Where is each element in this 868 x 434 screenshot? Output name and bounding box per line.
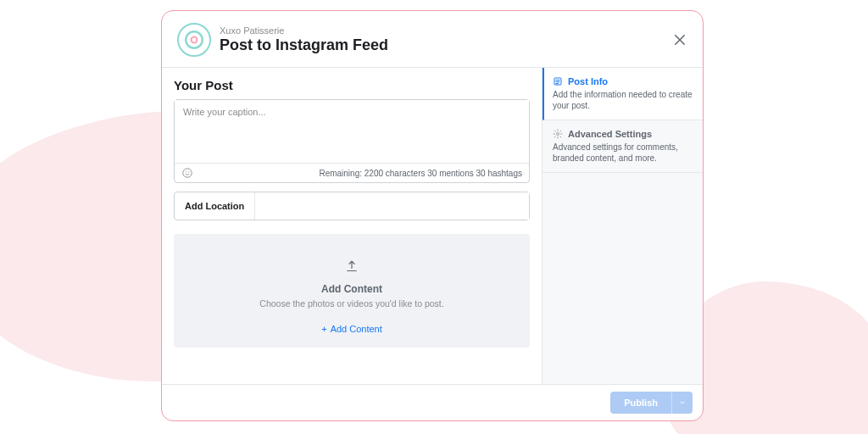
svg-point-2 bbox=[183, 169, 192, 178]
svg-point-4 bbox=[188, 171, 189, 172]
post-composer-dialog: Xuxo Patisserie Post to Instagram Feed Y… bbox=[161, 10, 704, 421]
content-drop-title: Add Content bbox=[182, 283, 521, 295]
account-name: Xuxo Patisserie bbox=[220, 25, 672, 36]
svg-point-0 bbox=[186, 31, 203, 48]
svg-point-1 bbox=[192, 37, 198, 43]
add-content-link[interactable]: + Add Content bbox=[321, 324, 382, 334]
dialog-footer: Publish bbox=[162, 384, 703, 420]
chevron-down-icon bbox=[679, 399, 686, 406]
section-title: Your Post bbox=[174, 78, 530, 92]
publish-button[interactable]: Publish bbox=[610, 392, 671, 414]
sidebar-item-desc: Advanced settings for comments, branded … bbox=[553, 142, 693, 164]
caption-input[interactable] bbox=[175, 100, 529, 159]
post-info-icon bbox=[553, 76, 563, 86]
account-avatar bbox=[177, 23, 211, 57]
plus-icon: + bbox=[321, 324, 326, 334]
upload-icon bbox=[182, 259, 521, 278]
sidebar-item-title: Post Info bbox=[568, 76, 608, 86]
caption-box: Remaining: 2200 characters 30 mentions 3… bbox=[174, 99, 530, 183]
publish-dropdown-button[interactable] bbox=[671, 392, 693, 414]
dialog-header: Xuxo Patisserie Post to Instagram Feed bbox=[162, 11, 703, 67]
content-drop-subtitle: Choose the photos or videos you'd like t… bbox=[182, 298, 521, 309]
sidebar-item-title: Advanced Settings bbox=[568, 129, 652, 139]
sidebar-item-advanced-settings[interactable]: Advanced Settings Advanced settings for … bbox=[542, 120, 703, 173]
caption-remaining: Remaining: 2200 characters 30 mentions 3… bbox=[319, 169, 522, 178]
location-input[interactable] bbox=[255, 192, 529, 220]
svg-point-6 bbox=[557, 133, 559, 136]
donut-icon bbox=[183, 29, 205, 51]
location-label: Add Location bbox=[175, 192, 255, 220]
sidebar-item-desc: Add the information needed to create you… bbox=[553, 89, 693, 111]
location-box: Add Location bbox=[174, 192, 530, 220]
sidebar: Post Info Add the information needed to … bbox=[542, 68, 703, 384]
dialog-title: Post to Instagram Feed bbox=[220, 36, 672, 55]
svg-point-3 bbox=[186, 171, 186, 172]
emoji-icon[interactable] bbox=[181, 167, 193, 179]
gear-icon bbox=[553, 129, 563, 139]
add-content-dropzone[interactable]: Add Content Choose the photos or videos … bbox=[174, 234, 530, 348]
close-icon[interactable] bbox=[672, 32, 687, 47]
sidebar-item-post-info[interactable]: Post Info Add the information needed to … bbox=[542, 68, 703, 120]
main-panel: Your Post Remaining: 2200 characters 30 … bbox=[162, 68, 542, 384]
